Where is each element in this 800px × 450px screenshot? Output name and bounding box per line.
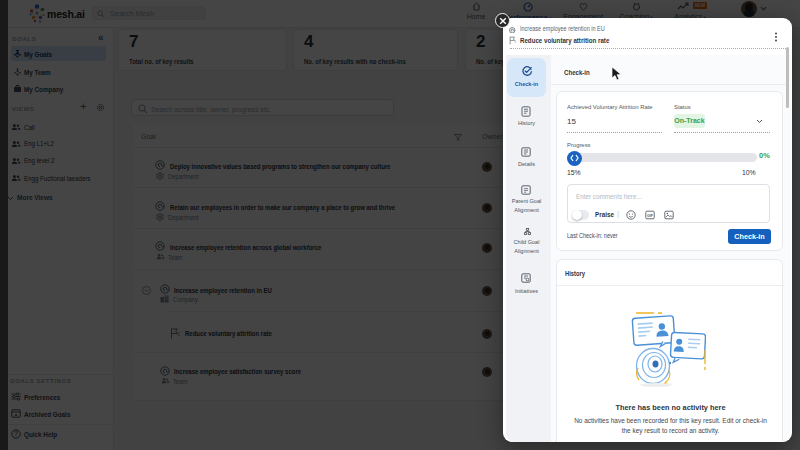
svg-text:GIF: GIF — [647, 214, 654, 218]
svg-text:0: 0 — [514, 40, 516, 44]
